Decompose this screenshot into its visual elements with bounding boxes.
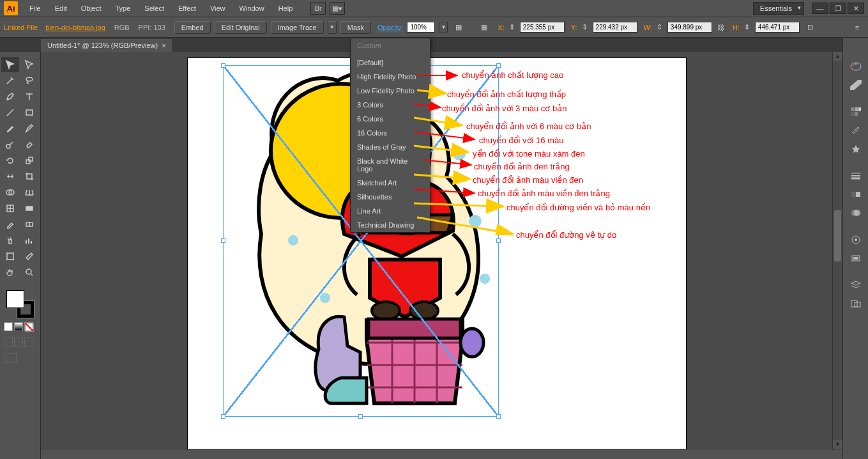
selection-tool[interactable] <box>1 57 19 72</box>
w-input[interactable] <box>667 22 712 33</box>
selection-handle[interactable] <box>221 238 225 243</box>
menu-edit[interactable]: Edit <box>49 2 73 15</box>
dropdown-item-technical-drawing[interactable]: Technical Drawing <box>351 218 430 232</box>
constrain-icon[interactable]: ⛓ <box>716 20 726 35</box>
rectangle-tool[interactable] <box>20 105 38 120</box>
dropdown-item-default[interactable]: [Default] <box>351 56 430 70</box>
selection-handle[interactable] <box>496 238 501 243</box>
close-icon[interactable]: ✕ <box>848 3 864 14</box>
type-tool[interactable] <box>20 89 38 104</box>
document-tab[interactable]: Untitled-1* @ 123% (RGB/Preview) × <box>41 39 173 52</box>
shape-builder-tool[interactable] <box>1 185 19 200</box>
color-panel-icon[interactable] <box>844 58 867 75</box>
dropdown-item-16-colors[interactable]: 16 Colors <box>351 126 430 140</box>
dropdown-item-6-colors[interactable]: 6 Colors <box>351 112 430 126</box>
fill-stroke-swatch[interactable] <box>6 290 34 318</box>
pencil-tool[interactable] <box>20 121 38 136</box>
pen-tool[interactable] <box>1 89 19 104</box>
panel-menu-icon[interactable]: ≡ <box>850 20 864 35</box>
draw-behind-icon[interactable] <box>14 338 23 346</box>
dropdown-item-line-art[interactable]: Line Art <box>351 204 430 218</box>
h-stepper-icon[interactable]: ⇕ <box>743 20 751 35</box>
tab-close-icon[interactable]: × <box>162 42 165 49</box>
transform-icon[interactable]: ▦ <box>452 20 466 35</box>
blob-brush-tool[interactable] <box>1 137 19 152</box>
menu-window[interactable]: Window <box>233 2 271 15</box>
dropdown-item-silhouettes[interactable]: Silhouettes <box>351 190 430 204</box>
x-stepper-icon[interactable]: ⇕ <box>508 20 516 35</box>
opacity-label[interactable]: Opacity: <box>377 24 403 31</box>
menu-view[interactable]: View <box>204 2 232 15</box>
menu-help[interactable]: Help <box>272 2 300 15</box>
free-transform-tool[interactable] <box>20 169 38 184</box>
symbol-sprayer-tool[interactable] <box>1 233 19 248</box>
image-trace-button[interactable]: Image Trace <box>271 21 324 34</box>
menu-object[interactable]: Object <box>75 2 108 15</box>
dropdown-item-sketched-art[interactable]: Sketched Art <box>351 176 430 190</box>
vertical-scrollbar[interactable]: ▲ ▼ <box>832 52 842 449</box>
gradient-mode-icon[interactable] <box>14 322 23 331</box>
menu-type[interactable]: Type <box>109 2 137 15</box>
dropdown-item-shades-gray[interactable]: Shades of Gray <box>351 140 430 154</box>
scroll-down-icon[interactable]: ▼ <box>833 440 842 449</box>
embed-button[interactable]: Embed <box>174 21 211 34</box>
rotate-tool[interactable] <box>1 153 19 168</box>
bridge-icon[interactable]: Br <box>310 2 326 15</box>
selection-handle[interactable] <box>496 63 501 68</box>
blend-tool[interactable] <box>20 217 38 232</box>
dropdown-item-3-colors[interactable]: 3 Colors <box>351 98 430 112</box>
scale-tool[interactable] <box>20 153 38 168</box>
symbols-panel-icon[interactable] <box>844 140 867 158</box>
menu-file[interactable]: File <box>23 2 47 15</box>
w-stepper-icon[interactable]: ⇕ <box>656 20 664 35</box>
y-stepper-icon[interactable]: ⇕ <box>581 20 589 35</box>
x-input[interactable] <box>520 22 565 33</box>
fill-swatch[interactable] <box>6 290 24 308</box>
scroll-up-icon[interactable]: ▲ <box>833 52 842 61</box>
opacity-input[interactable] <box>407 22 435 33</box>
screen-mode-icon[interactable] <box>4 353 17 363</box>
selection-handle[interactable] <box>358 414 363 419</box>
color-guide-panel-icon[interactable] <box>844 76 867 94</box>
artboards-panel-icon[interactable] <box>844 295 867 313</box>
scrollbar-thumb[interactable] <box>834 210 841 261</box>
line-tool[interactable] <box>1 105 19 120</box>
y-input[interactable] <box>593 22 637 33</box>
transparency-panel-icon[interactable] <box>844 204 867 222</box>
transform-panel-icon[interactable]: ⊡ <box>803 20 818 35</box>
column-graph-tool[interactable] <box>20 233 38 248</box>
brushes-panel-icon[interactable] <box>844 121 867 139</box>
magic-wand-tool[interactable] <box>1 73 19 88</box>
menu-effect[interactable]: Effect <box>172 2 202 15</box>
h-input[interactable] <box>755 22 800 33</box>
swatches-panel-icon[interactable] <box>844 103 867 121</box>
eraser-tool[interactable] <box>20 137 38 152</box>
reference-point-icon[interactable]: ▦ <box>477 20 491 35</box>
dropdown-item-bw-logo[interactable]: Black and White Logo <box>351 154 430 176</box>
dropdown-item-high-fidelity[interactable]: High Fidelity Photo <box>351 70 430 84</box>
paintbrush-tool[interactable] <box>1 121 19 136</box>
selection-handle[interactable] <box>221 414 225 419</box>
zoom-tool[interactable] <box>20 265 38 280</box>
graphic-styles-panel-icon[interactable] <box>844 249 867 267</box>
direct-selection-tool[interactable] <box>20 57 38 72</box>
artboard[interactable] <box>188 58 686 449</box>
dropdown-item-low-fidelity[interactable]: Low Fidelity Photo <box>351 84 430 98</box>
workspace-switcher[interactable]: Essentials <box>753 2 804 15</box>
draw-inside-icon[interactable] <box>24 338 33 346</box>
image-trace-dropdown[interactable]: ▼ <box>328 21 337 34</box>
width-tool[interactable] <box>1 169 19 184</box>
gradient-panel-icon[interactable] <box>844 185 867 203</box>
none-mode-icon[interactable] <box>24 322 33 331</box>
filename-link[interactable]: bien-doi-bitmap.jpg <box>45 24 105 31</box>
edit-original-button[interactable]: Edit Original <box>215 21 267 34</box>
mask-button[interactable]: Mask <box>340 21 371 34</box>
selection-handle[interactable] <box>221 63 225 68</box>
appearance-panel-icon[interactable] <box>844 231 867 249</box>
menu-select[interactable]: Select <box>138 2 171 15</box>
selection-handle[interactable] <box>496 414 501 419</box>
draw-normal-icon[interactable] <box>4 338 13 346</box>
color-mode-icon[interactable] <box>4 322 13 331</box>
lasso-tool[interactable] <box>20 73 38 88</box>
restore-icon[interactable]: ❐ <box>830 3 846 14</box>
